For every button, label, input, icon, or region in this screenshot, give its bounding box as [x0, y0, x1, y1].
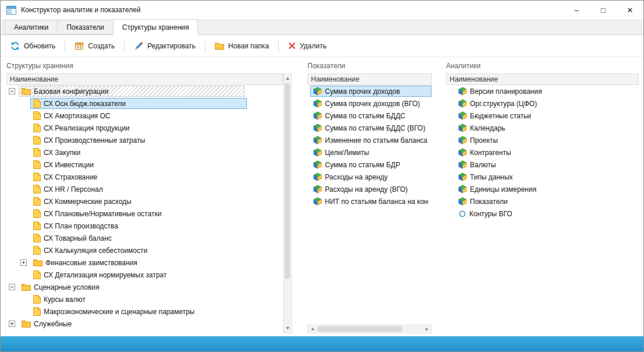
window: Конструктор аналитик и показателей – □ ✕…: [0, 0, 644, 352]
tree-item-row[interactable]: СХ Товарный баланс: [6, 232, 283, 244]
analytics-row[interactable]: Орг.структура (ЦФО): [446, 97, 639, 110]
indicator-row[interactable]: Изменение по статьям баланса за п: [307, 134, 432, 146]
scroll-track[interactable]: [317, 325, 423, 333]
indicator-row[interactable]: НИТ по статьям баланса на конец п: [307, 195, 432, 207]
edit-label: Редактировать: [147, 42, 196, 50]
tree-item-row[interactable]: СХ Закупки: [6, 146, 283, 159]
page-icon: [33, 111, 41, 120]
delete-button[interactable]: Удалить: [283, 38, 332, 54]
indicator-row[interactable]: Расходы на аренду: [307, 171, 432, 183]
cube-icon: [458, 185, 467, 193]
page-icon: [33, 197, 41, 206]
tree-folder-row[interactable]: Сценарные условия: [6, 281, 283, 293]
indicator-row[interactable]: Сумма по статьям БДДС (ВГО): [307, 122, 432, 134]
row-content: СХ HR / Персонал: [30, 184, 106, 195]
storage-structures-panel: Наименование Базовая конфигурацияСХ Осн.…: [6, 73, 292, 333]
tree-folder-row[interactable]: Финансовые заимствования: [6, 256, 283, 269]
scroll-right-button[interactable]: [423, 325, 431, 333]
indicator-row[interactable]: Расходы на аренду (ВГО): [307, 183, 432, 195]
tree-item-row[interactable]: СХ Страхование: [6, 171, 283, 183]
indicator-row[interactable]: Цели/Лимиты: [307, 146, 432, 159]
title-bar: Конструктор аналитик и показателей – □ ✕: [1, 1, 643, 19]
cube-icon: [458, 124, 467, 132]
tree-item-row[interactable]: СХ HR / Персонал: [6, 183, 283, 195]
row-content: Изменение по статьям баланса за п: [310, 135, 431, 146]
tree-item-row[interactable]: СХ Амортизация ОС: [6, 110, 283, 122]
tree-item-row[interactable]: СХ Коммерческие расходы: [6, 195, 283, 207]
scroll-down-button[interactable]: [284, 324, 291, 333]
refresh-button[interactable]: Обновить: [5, 37, 61, 55]
analytics-row[interactable]: Проекты: [446, 134, 639, 146]
indicator-row[interactable]: Сумма прочих доходов (ВГО): [307, 97, 432, 110]
indicator-row[interactable]: Сумма прочих доходов: [307, 85, 432, 97]
row-label: СХ Реализация продукции: [44, 124, 130, 132]
row-content: СХ Калькуляция себестоимости: [30, 245, 150, 256]
tree-item-row[interactable]: СХ Детализация нормируемых затрат: [6, 269, 283, 281]
analytics-panel: Наименование Версии планированияОрг.стру…: [446, 73, 639, 333]
row-label: СХ Товарный баланс: [44, 234, 112, 242]
refresh-icon: [10, 41, 20, 51]
row-label: Орг.структура (ЦФО): [470, 100, 537, 108]
tree-item-row[interactable]: Макроэкономические и сценарные параметры: [6, 305, 283, 318]
tab-analytics[interactable]: Аналитики: [5, 20, 58, 34]
edit-button[interactable]: Редактировать: [129, 37, 201, 55]
analytics-row[interactable]: Бюджетные статьи: [446, 110, 639, 122]
analytics-row[interactable]: Показатели: [446, 195, 639, 207]
app-icon: [6, 6, 16, 15]
expand-plus-icon[interactable]: [9, 321, 15, 327]
create-button[interactable]: Создать: [69, 37, 120, 55]
vertical-scrollbar[interactable]: [283, 73, 292, 333]
tree-item-row[interactable]: СХ Плановые/Нормативные остатки: [6, 207, 283, 220]
analytics-row[interactable]: Контрагенты: [446, 146, 639, 159]
row-label: Единицы измерения: [470, 185, 536, 193]
row-label: СХ Коммерческие расходы: [44, 198, 132, 206]
scroll-track[interactable]: [284, 83, 291, 324]
analytics-column-header[interactable]: Наименование: [446, 73, 639, 85]
row-label: Версии планирования: [470, 87, 542, 96]
cube-icon: [313, 136, 322, 145]
tree-item-row[interactable]: СХ План производства: [6, 220, 283, 232]
expand-plus-icon[interactable]: [20, 259, 27, 266]
scroll-thumb[interactable]: [285, 83, 290, 279]
tree-item-row[interactable]: СХ Инвестиции: [6, 159, 283, 171]
analytics-row[interactable]: Валюты: [446, 159, 639, 171]
tree-item-row[interactable]: СХ Реализация продукции: [6, 122, 283, 134]
tree-item-row[interactable]: СХ Производственные затраты: [6, 134, 283, 146]
folder-icon: [33, 259, 43, 266]
indicators-column-header[interactable]: Наименование: [307, 73, 432, 85]
analytics-row[interactable]: Календарь: [446, 122, 639, 134]
minimize-button[interactable]: –: [563, 1, 590, 19]
page-icon: [33, 221, 41, 230]
analytics-row[interactable]: Единицы измерения: [446, 183, 639, 195]
tree-item-row[interactable]: СХ Осн.бюдж.показатели: [6, 97, 283, 110]
tree-item-row[interactable]: СХ Калькуляция себестоимости: [6, 244, 283, 256]
cube-icon: [458, 99, 467, 108]
row-label: СХ Амортизация ОС: [44, 112, 110, 120]
indicator-row[interactable]: Сумма по статьям БДР: [307, 159, 432, 171]
collapse-minus-icon[interactable]: [9, 284, 15, 290]
toolbar-separator: [65, 40, 65, 52]
analytics-row[interactable]: Версии планирования: [446, 85, 639, 97]
indicator-row[interactable]: Сумма по статьям БДДС: [307, 110, 432, 122]
collapse-minus-icon[interactable]: [9, 88, 15, 94]
analytics-row[interactable]: Контуры ВГО: [446, 207, 639, 220]
scroll-up-button[interactable]: [284, 74, 291, 83]
new-folder-button[interactable]: Новая папка: [210, 38, 274, 54]
tree-folder-row[interactable]: Базовая конфигурация: [6, 85, 283, 97]
analytics-row[interactable]: Типы данных: [446, 171, 639, 183]
folder-icon: [22, 320, 31, 328]
tab-indicators[interactable]: Показатели: [57, 20, 114, 34]
horizontal-scrollbar[interactable]: [307, 325, 432, 333]
row-content: Макроэкономические и сценарные параметры: [30, 306, 197, 317]
storage-column-header[interactable]: Наименование: [6, 73, 283, 85]
tree-item-row[interactable]: Курсы валют: [6, 293, 283, 305]
close-button[interactable]: ✕: [617, 1, 643, 19]
cube-icon: [313, 197, 322, 206]
tab-storage-structures[interactable]: Структуры хранения: [113, 19, 199, 35]
row-label: Показатели: [470, 198, 508, 206]
scroll-left-button[interactable]: [308, 325, 317, 333]
tree-folder-row[interactable]: Служебные: [6, 318, 283, 330]
maximize-button[interactable]: □: [590, 1, 617, 19]
page-icon: [33, 185, 41, 193]
scroll-thumb[interactable]: [317, 326, 402, 332]
